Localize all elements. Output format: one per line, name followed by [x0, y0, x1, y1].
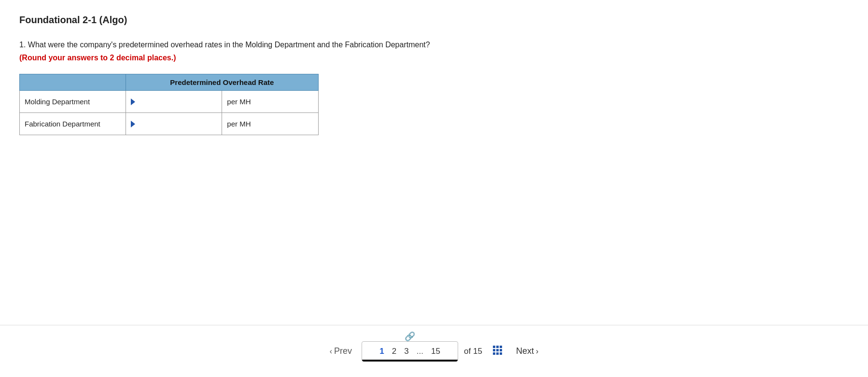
page-num-1[interactable]: 1 [378, 346, 386, 357]
table-header-rate: Predetermined Overhead Rate [126, 74, 318, 91]
next-button[interactable]: Next › [506, 342, 548, 360]
svg-rect-1 [496, 346, 499, 348]
svg-rect-7 [496, 352, 499, 355]
page-num-2[interactable]: 2 [390, 346, 398, 357]
instruction-text: (Round your answers to 2 decimal places.… [19, 54, 849, 62]
svg-rect-3 [493, 349, 495, 351]
link-icon: 🔗 [405, 331, 415, 342]
svg-rect-8 [500, 352, 502, 355]
fabrication-department-label: Fabrication Department [20, 113, 126, 135]
next-label: Next [516, 346, 534, 356]
page-num-15[interactable]: 15 [429, 346, 442, 357]
fabrication-input-cell [126, 113, 222, 135]
chevron-left-icon: ‹ [330, 347, 332, 356]
nav-inner: ‹ Prev 🔗 1 2 3 ... 15 of 15 Next [320, 341, 548, 362]
question-body: What were the company's predetermined ov… [28, 41, 430, 49]
table-header-empty [20, 74, 126, 91]
svg-rect-4 [496, 349, 499, 351]
molding-arrow-icon [131, 98, 135, 105]
svg-rect-5 [500, 349, 502, 351]
prev-button[interactable]: ‹ Prev [320, 342, 362, 360]
page-num-3[interactable]: 3 [402, 346, 410, 357]
table-row: Fabrication Department per MH [20, 113, 319, 135]
page-title: Foundational 2-1 (Algo) [19, 14, 849, 26]
fabrication-input[interactable] [131, 116, 217, 131]
molding-input[interactable] [131, 94, 217, 109]
of-total: of 15 [458, 347, 488, 356]
prev-label: Prev [334, 346, 352, 356]
table-row: Molding Department per MH [20, 91, 319, 113]
page-num-dots: ... [415, 346, 425, 357]
question-number: 1. [19, 41, 26, 49]
question-text: 1. What were the company's predetermined… [19, 39, 849, 51]
bottom-nav: ‹ Prev 🔗 1 2 3 ... 15 of 15 Next [0, 325, 868, 377]
main-content: Foundational 2-1 (Algo) 1. What were the… [0, 0, 868, 193]
chevron-right-icon: › [536, 347, 538, 356]
answer-table: Predetermined Overhead Rate Molding Depa… [19, 74, 319, 135]
svg-rect-0 [493, 346, 495, 348]
molding-input-cell [126, 91, 222, 113]
grid-icon[interactable] [488, 345, 506, 358]
molding-unit: per MH [222, 91, 319, 113]
page-progress-bar [362, 360, 458, 362]
fabrication-unit: per MH [222, 113, 319, 135]
fabrication-arrow-icon [131, 121, 135, 127]
page-numbers-box: 🔗 1 2 3 ... 15 [362, 341, 458, 362]
svg-rect-2 [500, 346, 502, 348]
svg-rect-6 [493, 352, 495, 355]
molding-department-label: Molding Department [20, 91, 126, 113]
